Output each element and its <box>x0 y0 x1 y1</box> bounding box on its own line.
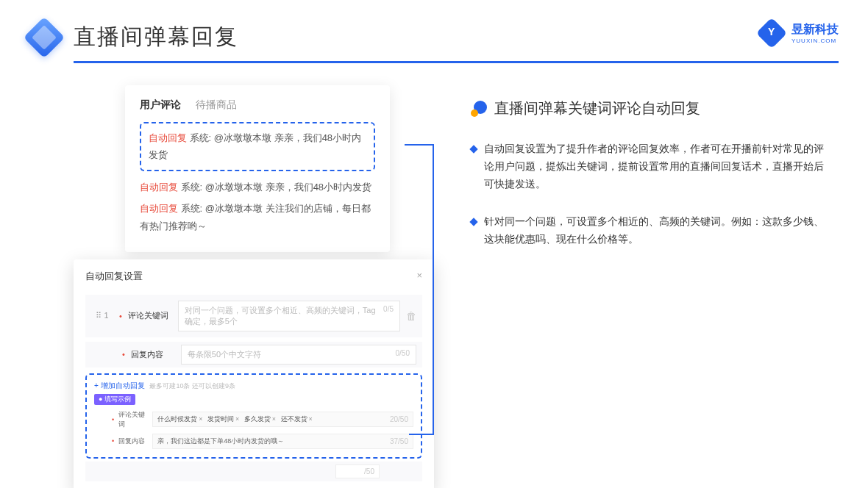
diamond-bullet-icon <box>469 218 477 226</box>
auto-reply-badge: 自动回复 <box>140 182 178 193</box>
description-paragraph-2: 针对同一个问题，可设置多个相近的、高频的关键词。例如：这款多少钱、这块能优惠吗、… <box>484 213 824 248</box>
reply-input[interactable]: 每条限50个中文字符0/50 <box>181 345 416 365</box>
reply-label: 回复内容 <box>131 349 175 360</box>
example-box: + 增加自动回复 最多可建10条 还可以创建9条 ● 填写示例 • 评论关键词 … <box>85 373 422 459</box>
auto-reply-row: 自动回复 系统: @冰墩墩本墩 关注我们的店铺，每日都有热门推荐哟～ <box>140 200 375 234</box>
auto-reply-row-highlighted: 自动回复 系统: @冰墩墩本墩 亲亲，我们48小时内发货 <box>140 122 375 171</box>
required-dot: • <box>112 416 114 423</box>
required-dot: • <box>122 350 125 359</box>
ex-keyword-input[interactable]: 什么时候发货 发货时间 多久发货 还不发货 20/50 <box>152 412 413 427</box>
keyword-label: 评论关键词 <box>128 310 172 321</box>
tab-user-comments[interactable]: 用户评论 <box>140 98 181 112</box>
tab-pending-products[interactable]: 待播商品 <box>196 98 237 112</box>
example-badge: ● 填写示例 <box>94 394 135 405</box>
keyword-tag[interactable]: 多久发货 <box>244 415 276 424</box>
connector-line <box>405 144 434 262</box>
connector-line <box>433 260 434 435</box>
ex-reply-label: 回复内容 <box>118 437 148 446</box>
page-title: 直播间弹幕回复 <box>74 22 238 52</box>
keyword-tag[interactable]: 还不发货 <box>281 415 313 424</box>
diamond-bullet-icon <box>469 145 477 153</box>
ex-keyword-label: 评论关键词 <box>118 410 148 429</box>
keyword-tag[interactable]: 发货时间 <box>207 415 239 424</box>
required-dot: • <box>119 312 122 320</box>
auto-reply-badge: 自动回复 <box>149 132 187 143</box>
counter-box: /50 <box>335 464 380 478</box>
brand-logo-icon <box>756 18 787 49</box>
add-auto-reply-button[interactable]: + 增加自动回复 <box>94 381 145 390</box>
auto-reply-badge: 自动回复 <box>140 203 178 214</box>
section-title: 直播间弹幕关键词评论自动回复 <box>494 98 700 118</box>
brand-name: 昱新科技 <box>791 22 839 37</box>
auto-reply-settings-modal: 自动回复设置 × ⠿ 1 • 评论关键词 对同一个问题，可设置多个相近、高频的关… <box>74 259 434 488</box>
add-hint: 最多可建10条 还可以创建9条 <box>149 382 235 390</box>
close-icon[interactable]: × <box>416 270 422 283</box>
rule-index: ⠿ 1 <box>91 311 113 320</box>
connector-line <box>409 434 434 435</box>
auto-reply-row: 自动回复 系统: @冰墩墩本墩 亲亲，我们48小时内发货 <box>140 179 375 195</box>
brand-url: YUUXIN.COM <box>791 37 839 44</box>
cube-logo-icon <box>24 16 65 58</box>
delete-icon[interactable]: 🗑 <box>406 310 416 322</box>
keyword-input[interactable]: 对同一个问题，可设置多个相近、高频的关键词，Tag确定，最多5个0/5 <box>178 301 400 331</box>
keyword-tag[interactable]: 什么时候发货 <box>157 415 202 424</box>
description-paragraph-1: 自动回复设置为了提升作者的评论回复效率，作者可在开播前针对常见的评论用户问题，提… <box>484 140 824 193</box>
comments-panel: 用户评论 待播商品 自动回复 系统: @冰墩墩本墩 亲亲，我们48小时内发货 自… <box>125 85 390 252</box>
required-dot: • <box>112 437 114 445</box>
section-icon <box>471 101 487 117</box>
ex-reply-input[interactable]: 亲，我们这边都是下单48小时内发货的哦～ 37/50 <box>152 434 413 449</box>
modal-title: 自动回复设置 <box>85 270 143 283</box>
